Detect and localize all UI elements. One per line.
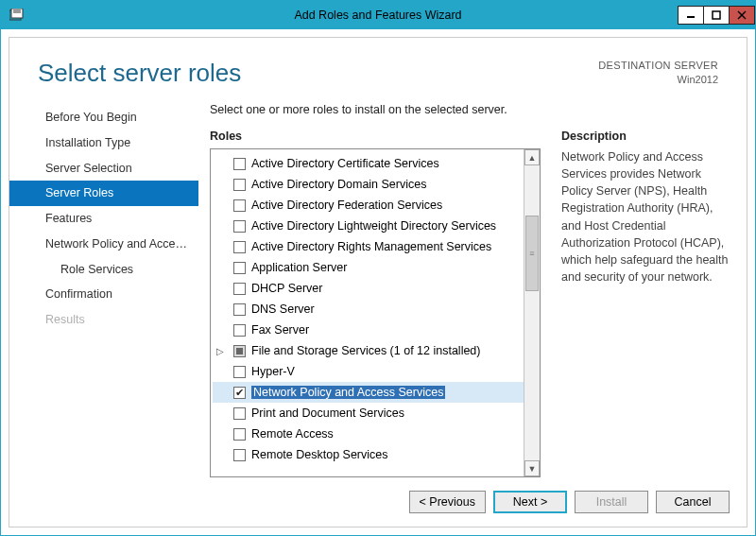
role-label: Active Directory Lightweight Directory S…: [251, 219, 496, 233]
role-row[interactable]: Print and Document Services: [213, 403, 524, 424]
description-column: Description Network Policy and Access Se…: [561, 130, 733, 477]
role-label: Active Directory Rights Management Servi…: [251, 240, 491, 253]
content-wrap: Select server roles DESTINATION SERVER W…: [1, 29, 755, 535]
role-checkbox[interactable]: [233, 366, 246, 378]
role-label: Fax Server: [251, 323, 309, 337]
svg-rect-5: [713, 11, 720, 19]
maximize-button[interactable]: [703, 6, 730, 25]
role-label: Print and Document Services: [251, 406, 404, 420]
role-checkbox[interactable]: [233, 262, 246, 274]
description-label: Description: [561, 130, 733, 143]
role-label: Active Directory Domain Services: [251, 178, 426, 191]
role-checkbox[interactable]: [233, 324, 246, 337]
role-label: File and Storage Services (1 of 12 insta…: [251, 344, 481, 357]
role-row[interactable]: DHCP Server: [213, 278, 524, 299]
role-checkbox[interactable]: [233, 345, 246, 357]
role-label: Active Directory Certificate Services: [251, 157, 439, 170]
role-checkbox[interactable]: [233, 283, 246, 295]
role-checkbox[interactable]: [233, 179, 246, 191]
content: Select server roles DESTINATION SERVER W…: [9, 37, 747, 527]
role-label: Network Policy and Access Services: [251, 386, 445, 399]
role-row[interactable]: Active Directory Federation Services: [213, 195, 524, 216]
expand-arrow-icon[interactable]: ▷: [216, 346, 224, 356]
scroll-thumb[interactable]: [525, 216, 539, 291]
role-row[interactable]: Hyper-V: [213, 361, 524, 382]
role-label: Active Directory Federation Services: [251, 199, 442, 212]
destination-label: DESTINATION SERVER: [598, 59, 718, 73]
scroll-down-arrow-icon[interactable]: ▼: [524, 460, 540, 476]
destination-block: DESTINATION SERVER Win2012: [598, 59, 718, 87]
roles-label: Roles: [210, 130, 541, 143]
titlebar[interactable]: Add Roles and Features Wizard: [1, 1, 755, 29]
sidebar-step-5[interactable]: Network Policy and Acces...: [9, 232, 198, 257]
main-panel: Select one or more roles to install on t…: [198, 103, 733, 477]
close-button[interactable]: [729, 6, 755, 25]
instruction-text: Select one or more roles to install on t…: [210, 103, 733, 116]
role-checkbox[interactable]: [233, 428, 246, 441]
role-label: DHCP Server: [251, 282, 322, 295]
role-row[interactable]: Remote Desktop Services: [213, 444, 524, 465]
scrollbar[interactable]: ▲ ▼: [524, 149, 540, 476]
sidebar-step-2[interactable]: Server Selection: [9, 156, 198, 182]
install-button[interactable]: Install: [575, 491, 648, 513]
destination-server: Win2012: [598, 73, 718, 87]
previous-button[interactable]: < Previous: [409, 491, 486, 513]
role-row[interactable]: Fax Server: [213, 320, 524, 340]
role-row[interactable]: Remote Access: [213, 424, 524, 444]
role-row[interactable]: Active Directory Lightweight Directory S…: [213, 216, 524, 236]
roles-scroll-area: Active Directory Certificate ServicesAct…: [211, 149, 524, 476]
sidebar-step-0[interactable]: Before You Begin: [9, 105, 198, 130]
role-label: Remote Desktop Services: [251, 448, 388, 461]
role-checkbox[interactable]: [233, 449, 246, 461]
role-checkbox[interactable]: [233, 158, 246, 170]
sidebar-step-1[interactable]: Installation Type: [9, 130, 198, 156]
lists-row: Roles Active Directory Certificate Servi…: [210, 130, 733, 477]
description-text: Network Policy and Access Services provi…: [561, 148, 733, 285]
role-label: Hyper-V: [251, 365, 295, 378]
role-row[interactable]: Active Directory Rights Management Servi…: [213, 236, 524, 257]
role-checkbox[interactable]: [233, 199, 246, 212]
role-row[interactable]: ▷File and Storage Services (1 of 12 inst…: [213, 340, 524, 361]
role-checkbox[interactable]: [233, 387, 246, 399]
body-row: Before You BeginInstallation TypeServer …: [9, 95, 747, 477]
role-label: Application Server: [251, 261, 347, 274]
scroll-up-arrow-icon[interactable]: ▲: [524, 149, 540, 165]
role-checkbox[interactable]: [233, 220, 246, 233]
role-row[interactable]: Active Directory Domain Services: [213, 174, 524, 195]
role-row[interactable]: Active Directory Certificate Services: [213, 153, 524, 174]
next-button[interactable]: Next >: [493, 491, 567, 513]
role-checkbox[interactable]: [233, 407, 246, 420]
cancel-button[interactable]: Cancel: [656, 491, 730, 513]
wizard-window: Add Roles and Features Wizard Select ser…: [0, 0, 756, 536]
roles-listbox[interactable]: Active Directory Certificate ServicesAct…: [210, 148, 541, 477]
sidebar-step-4[interactable]: Features: [9, 206, 198, 232]
role-label: DNS Server: [251, 303, 315, 316]
page-title: Select server roles: [38, 59, 241, 88]
role-row[interactable]: Network Policy and Access Services: [213, 382, 524, 403]
titlebar-title: Add Roles and Features Wizard: [1, 9, 755, 22]
sidebar-step-8: Results: [9, 307, 198, 333]
minimize-button[interactable]: [678, 6, 704, 25]
role-label: Remote Access: [251, 427, 334, 441]
wizard-steps-sidebar: Before You BeginInstallation TypeServer …: [9, 103, 198, 477]
wizard-icon: [9, 8, 24, 23]
header-row: Select server roles DESTINATION SERVER W…: [9, 38, 747, 95]
role-checkbox[interactable]: [233, 303, 246, 316]
role-checkbox[interactable]: [233, 241, 246, 253]
roles-column: Roles Active Directory Certificate Servi…: [210, 130, 541, 477]
footer: < Previous Next > Install Cancel: [9, 477, 747, 527]
sidebar-step-7[interactable]: Confirmation: [9, 282, 198, 307]
role-row[interactable]: DNS Server: [213, 299, 524, 320]
sidebar-step-3[interactable]: Server Roles: [9, 181, 198, 206]
window-controls: [679, 6, 755, 25]
role-row[interactable]: Application Server: [213, 257, 524, 278]
sidebar-step-6[interactable]: Role Services: [9, 257, 198, 283]
